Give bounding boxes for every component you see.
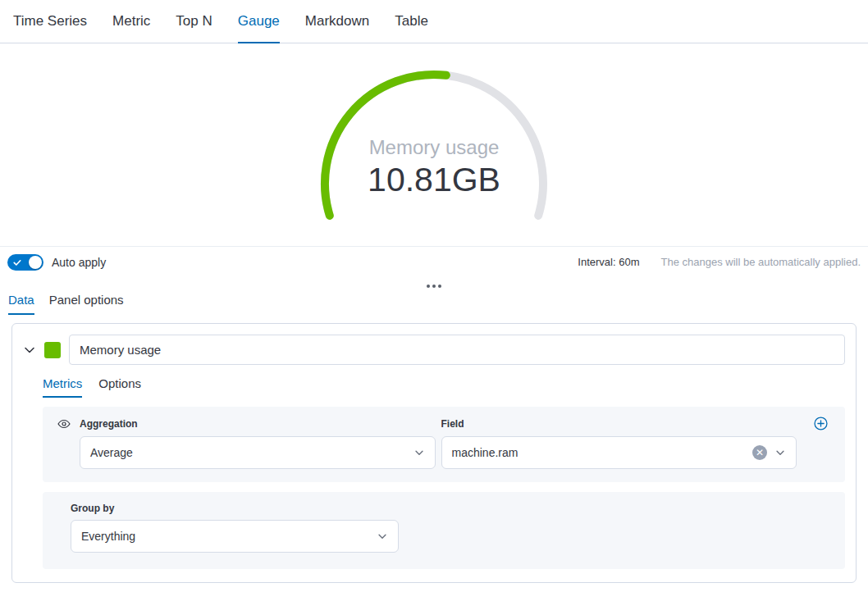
series-name-input[interactable] xyxy=(69,335,845,365)
tab-metrics[interactable]: Metrics xyxy=(43,376,82,398)
auto-apply-toggle[interactable] xyxy=(7,254,43,271)
aggregation-select[interactable]: Average xyxy=(80,436,436,469)
tab-panel-options[interactable]: Panel options xyxy=(49,293,124,315)
toggle-thumb xyxy=(29,256,42,269)
tab-data[interactable]: Data xyxy=(8,293,34,315)
resize-row xyxy=(0,277,868,293)
tab-table[interactable]: Table xyxy=(395,0,428,43)
visualization-type-tabbar: Time Series Metric Top N Gauge Markdown … xyxy=(0,0,868,43)
editor-tabbar: Data Panel options xyxy=(0,293,868,315)
group-by-select[interactable]: Everything xyxy=(71,520,399,553)
field-combobox[interactable]: machine.ram ✕ xyxy=(441,436,797,469)
chevron-down-icon xyxy=(413,447,425,458)
chevron-down-icon[interactable] xyxy=(23,344,36,357)
chevron-down-icon xyxy=(377,531,388,542)
clear-field-icon[interactable]: ✕ xyxy=(752,445,767,460)
tab-gauge[interactable]: Gauge xyxy=(238,0,280,43)
aggregation-label: Aggregation xyxy=(80,418,436,430)
tab-options[interactable]: Options xyxy=(98,376,141,398)
check-icon xyxy=(12,257,22,267)
tab-time-series[interactable]: Time Series xyxy=(13,0,87,43)
group-by-value: Everything xyxy=(81,530,135,543)
group-by-label: Group by xyxy=(71,503,832,514)
series-panel: Metrics Options Aggregation Field Averag… xyxy=(11,323,857,583)
gauge-series-label: Memory usage xyxy=(315,135,553,160)
tab-top-n[interactable]: Top N xyxy=(176,0,212,43)
series-tabbar: Metrics Options xyxy=(43,376,845,398)
interval-value: Interval: 60m xyxy=(578,256,639,268)
eye-icon[interactable] xyxy=(54,417,74,430)
auto-apply-label: Auto apply xyxy=(52,256,106,269)
add-metric-icon[interactable] xyxy=(814,417,828,430)
group-by-section: Group by Everything xyxy=(43,492,845,569)
field-value: machine.ram xyxy=(452,446,519,459)
field-label: Field xyxy=(441,418,797,430)
auto-apply-bar: Auto apply Interval: 60m The changes wil… xyxy=(0,246,868,277)
gauge-value: 10.81GB xyxy=(315,160,553,199)
aggregation-value: Average xyxy=(90,446,133,459)
tab-markdown[interactable]: Markdown xyxy=(305,0,369,43)
tab-metric[interactable]: Metric xyxy=(112,0,150,43)
aggregation-section: Aggregation Field Average machine.ram xyxy=(43,407,845,482)
gauge-preview: Memory usage 10.81GB xyxy=(0,43,868,246)
gauge-chart: Memory usage 10.81GB xyxy=(315,65,553,225)
chevron-down-icon xyxy=(774,447,786,458)
more-options-icon[interactable] xyxy=(422,281,446,291)
series-color-swatch[interactable] xyxy=(44,342,61,358)
auto-apply-hint: The changes will be automatically applie… xyxy=(660,256,861,268)
